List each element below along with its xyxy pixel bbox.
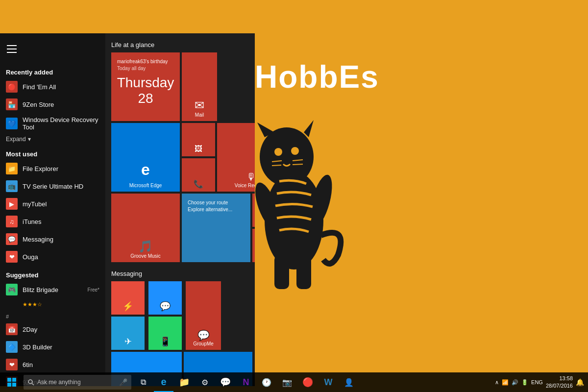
itunes-icon: ♫ <box>6 216 18 227</box>
blitz-badge: Free* <box>88 287 99 293</box>
ouga-icon: ❤ <box>6 251 18 263</box>
list-item[interactable]: 🎮 Blitz Brigade Free* ★★★☆ <box>0 281 105 311</box>
svg-line-13 <box>293 164 303 165</box>
start-button[interactable] <box>0 372 24 392</box>
calendar-tile[interactable]: mariofreak63's birthday Today all day Th… <box>111 52 180 121</box>
whatsapp-icon: 📱 <box>160 336 171 347</box>
3d-builder-label: 3D Builder <box>23 343 52 351</box>
list-item[interactable]: ♫ iTunes <box>0 213 105 230</box>
list-item[interactable]: 💙 Windows Device Recovery Tool <box>0 113 105 134</box>
explorer-taskbar-button[interactable]: 📁 <box>174 372 194 392</box>
calendar-event: mariofreak63's birthday Today all day <box>114 55 177 75</box>
life-at-glance-header: Life at a glance <box>111 41 249 49</box>
svg-rect-15 <box>12 378 16 382</box>
chevron-up-icon[interactable]: ∧ <box>495 379 499 386</box>
msg-sm-col2: 💬 📱 <box>148 281 184 350</box>
voice-label: Voice Recorder <box>235 183 255 189</box>
edge-tile[interactable]: e Microsoft Edge <box>111 123 180 192</box>
svg-line-11 <box>272 165 281 166</box>
list-item[interactable]: 💬 Messaging <box>0 230 105 248</box>
svg-rect-6 <box>274 255 289 289</box>
task-view-button[interactable]: ⧉ <box>133 372 153 392</box>
clock-taskbar-button[interactable]: 🕐 <box>257 372 276 392</box>
chevron-down-icon: ▾ <box>28 136 31 143</box>
whatsapp-taskbar-button[interactable]: 💬 <box>216 372 235 392</box>
hamburger-button[interactable] <box>0 37 24 61</box>
onenote-taskbar-button[interactable]: N <box>236 372 256 392</box>
word-taskbar-button[interactable]: W <box>318 372 338 392</box>
hash-section: # <box>0 311 105 320</box>
tiles-row-msg1: ⚡ ✈ 💬 📱 <box>111 281 249 350</box>
mail-label: Mail <box>195 112 204 118</box>
mail-icon: ✉ <box>195 98 204 112</box>
search-placeholder: Ask me anything <box>37 379 81 386</box>
list-item[interactable]: ❤ 6tin <box>0 356 105 373</box>
mytubel-icon: ▶ <box>6 198 18 210</box>
taskbar: Ask me anything 🎤 ⧉ e 📁 ⚙ 💬 N 🕐 📷 🔴 W 👤 … <box>0 372 588 392</box>
hobbes-text: HobbEs <box>255 59 379 95</box>
taskbar-clock[interactable]: 13:58 28/07/2016 <box>546 375 573 390</box>
list-item[interactable]: 📅 2Day <box>0 320 105 338</box>
svg-rect-14 <box>7 378 11 382</box>
3d-builder-icon: 🔷 <box>6 341 18 353</box>
svg-point-18 <box>28 380 32 384</box>
photo-taskbar-button[interactable]: 📷 <box>277 372 297 392</box>
svg-point-1 <box>260 127 314 186</box>
ouga-label: Ouga <box>23 253 38 261</box>
tiles-panel: Life at a glance mariofreak63's birthday… <box>105 33 255 386</box>
search-icon <box>27 379 34 386</box>
list-item[interactable]: 📺 TV Serie Ultimate HD <box>0 177 105 195</box>
telegram-tile[interactable]: ✈ <box>111 317 145 350</box>
blitz-label: Blitz Brigade <box>23 286 58 294</box>
language-label: ENG <box>531 379 543 385</box>
clock-date: 28/07/2016 <box>546 382 573 390</box>
calendar-date-label: Thursday 28 <box>114 75 177 109</box>
maps-text: Choose your route Explore alternative... <box>185 196 247 216</box>
edge-icon: e <box>141 161 150 179</box>
file-explorer-icon: 📁 <box>6 163 18 174</box>
list-item[interactable]: 🏪 9Zen Store <box>0 96 105 113</box>
small-tiles-col: 🖼 📞 <box>182 123 215 192</box>
network-icon: 📶 <box>502 379 509 386</box>
app-taskbar-button[interactable]: 🔴 <box>298 372 318 392</box>
msg-sm3[interactable]: 💬 <box>148 281 182 315</box>
groove-label: Groove Music <box>130 253 161 259</box>
msg-sm1[interactable]: ⚡ <box>111 281 145 315</box>
wdrt-icon: 💙 <box>6 118 18 129</box>
find-em-all-label: Find 'Em All <box>23 83 56 91</box>
list-item[interactable]: ▶ myTubel <box>0 195 105 213</box>
wdrt-label: Windows Device Recovery Tool <box>23 116 99 131</box>
phone-tile[interactable]: 📞 <box>182 158 215 192</box>
list-item[interactable]: 📁 File Explorer <box>0 160 105 177</box>
list-item[interactable]: 🔷 3D Builder <box>0 338 105 356</box>
voice-tile[interactable]: 🎙 Voice Recorder <box>217 123 255 192</box>
edge-taskbar-button[interactable]: e <box>154 372 173 392</box>
2day-icon: 📅 <box>6 323 18 335</box>
tiles-row-3: 🎵 Groove Music Choose your route Explore… <box>111 194 249 262</box>
phone-icon: 📞 <box>194 179 203 189</box>
whatsapp-tile[interactable]: 📱 <box>148 317 182 350</box>
photos-tile[interactable]: 🖼 <box>182 123 215 156</box>
tiles-row-2: e Microsoft Edge 🖼 📞 🎙 <box>111 123 249 192</box>
taskbar-search[interactable]: Ask me anything 🎤 <box>24 375 131 390</box>
groove-tile[interactable]: 🎵 Groove Music <box>111 194 180 262</box>
maps-tile[interactable]: Choose your route Explore alternative... <box>182 194 250 262</box>
alarms-sm-tile[interactable]: ⏰ <box>252 194 255 227</box>
expand-button[interactable]: Expand ▾ <box>0 134 105 145</box>
mail-tile[interactable]: ✉ Mail <box>182 52 217 121</box>
user-taskbar-button[interactable]: 👤 <box>339 372 359 392</box>
groupme-tile[interactable]: 💬 GroupMe <box>186 281 221 350</box>
taskbar-right: ∧ 📶 🔊 🔋 ENG 13:58 28/07/2016 🔔 <box>495 375 588 390</box>
small-tiles-col2: ⏰ 👥 <box>252 194 255 262</box>
list-item[interactable]: ❤ Ouga <box>0 248 105 266</box>
start-menu: Recently added 🔴 Find 'Em All 🏪 9Zen Sto… <box>0 33 255 386</box>
tv-serie-label: TV Serie Ultimate HD <box>23 183 83 190</box>
expand-label: Expand <box>6 136 26 143</box>
list-item[interactable]: 🔴 Find 'Em All <box>0 78 105 96</box>
9zen-label: 9Zen Store <box>23 101 54 108</box>
settings-taskbar-button[interactable]: ⚙ <box>195 372 215 392</box>
people-sm-tile[interactable]: 👥 <box>252 229 255 262</box>
groove-icon: 🎵 <box>138 240 153 253</box>
notifications-icon[interactable]: 🔔 <box>576 378 584 386</box>
9zen-icon: 🏪 <box>6 98 18 110</box>
